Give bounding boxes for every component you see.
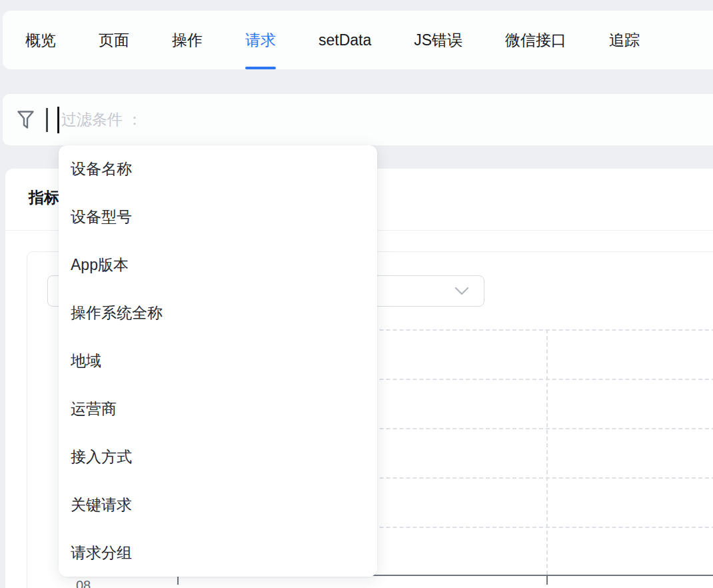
dropdown-item-request-group[interactable]: 请求分组 — [59, 529, 377, 577]
tab-wechat-api[interactable]: 微信接口 — [505, 11, 566, 69]
dropdown-item-access-method[interactable]: 接入方式 — [59, 433, 377, 481]
tab-overview[interactable]: 概览 — [25, 11, 56, 69]
dropdown-item-device-model[interactable]: 设备型号 — [59, 193, 377, 241]
dropdown-item-app-version[interactable]: App版本 — [59, 241, 377, 289]
filter-bar[interactable]: 过滤条件 ： — [3, 94, 713, 145]
chart-x-tick-label: 08 — [76, 578, 91, 588]
dropdown-item-key-request[interactable]: 关键请求 — [59, 481, 377, 529]
tab-js-errors[interactable]: JS错误 — [414, 11, 462, 69]
dropdown-item-region[interactable]: 地域 — [59, 337, 377, 385]
dropdown-item-device-name[interactable]: 设备名称 — [59, 145, 377, 193]
chart-x-tick — [546, 576, 548, 585]
tab-pages[interactable]: 页面 — [99, 11, 129, 69]
chart-x-tick — [177, 576, 179, 585]
tab-requests[interactable]: 请求 — [245, 11, 276, 69]
tab-setdata[interactable]: setData — [319, 11, 371, 69]
filter-funnel-icon — [17, 109, 35, 131]
chart-gridline-vertical — [546, 329, 548, 575]
chevron-down-icon — [454, 287, 469, 295]
filter-divider — [46, 108, 48, 132]
dropdown-item-carrier[interactable]: 运营商 — [59, 385, 377, 433]
tab-tracing[interactable]: 追踪 — [609, 11, 640, 69]
filter-dimension-dropdown: 设备名称 设备型号 App版本 操作系统全称 地域 运营商 接入方式 关键请求 … — [59, 145, 377, 577]
top-tab-bar: 概览 页面 操作 请求 setData JS错误 微信接口 追踪 — [3, 11, 713, 69]
tab-operations[interactable]: 操作 — [172, 11, 203, 69]
filter-input[interactable]: 过滤条件 ： — [61, 109, 142, 130]
text-cursor — [57, 107, 59, 133]
dropdown-item-os-full-name[interactable]: 操作系统全称 — [59, 289, 377, 337]
metric-card-title: 指标 — [29, 187, 59, 208]
